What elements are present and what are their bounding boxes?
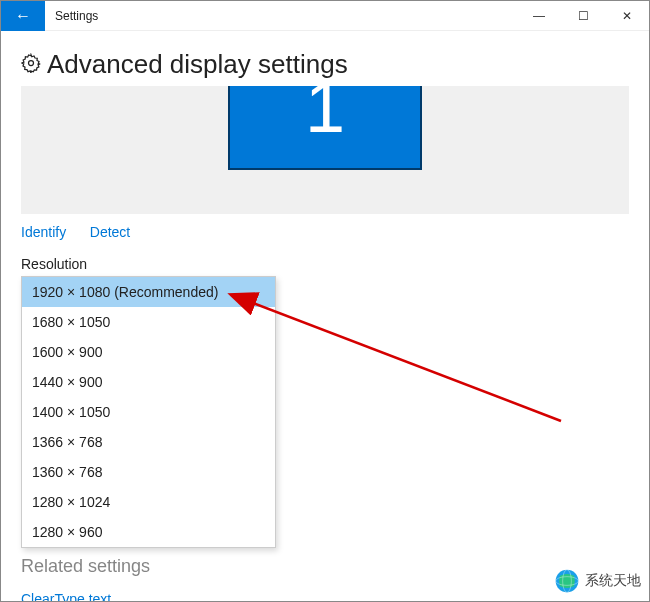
resolution-option[interactable]: 1360 × 768 (22, 457, 275, 487)
minimize-button[interactable]: — (517, 1, 561, 31)
resolution-option[interactable]: 1440 × 900 (22, 367, 275, 397)
watermark-text: 系统天地 (585, 572, 641, 590)
cleartype-link[interactable]: ClearType text (21, 591, 629, 602)
page-heading: Advanced display settings (21, 49, 629, 80)
resolution-option[interactable]: 1280 × 960 (22, 517, 275, 547)
identify-link[interactable]: Identify (21, 224, 66, 240)
resolution-label: Resolution (21, 256, 629, 272)
window-title: Settings (55, 9, 517, 23)
globe-icon (553, 567, 581, 595)
resolution-option[interactable]: 1366 × 768 (22, 427, 275, 457)
page-heading-text: Advanced display settings (47, 49, 348, 80)
display-links: Identify Detect (21, 224, 629, 240)
detect-link[interactable]: Detect (90, 224, 130, 240)
resolution-option[interactable]: 1400 × 1050 (22, 397, 275, 427)
titlebar: ← Settings — ☐ ✕ (1, 1, 649, 31)
resolution-option[interactable]: 1680 × 1050 (22, 307, 275, 337)
display-preview: 1 (21, 86, 629, 214)
gear-icon (21, 49, 41, 80)
related-settings-heading: Related settings (21, 556, 629, 577)
svg-point-0 (29, 61, 34, 66)
close-button[interactable]: ✕ (605, 1, 649, 31)
watermark: 系统天地 (553, 567, 641, 595)
back-button[interactable]: ← (1, 1, 45, 31)
content-area: Advanced display settings 1 Identify Det… (1, 31, 649, 602)
resolution-dropdown[interactable]: 1920 × 1080 (Recommended)1680 × 10501600… (21, 276, 276, 548)
resolution-option[interactable]: 1920 × 1080 (Recommended) (22, 277, 275, 307)
resolution-option[interactable]: 1280 × 1024 (22, 487, 275, 517)
resolution-option[interactable]: 1600 × 900 (22, 337, 275, 367)
monitor-1[interactable]: 1 (228, 86, 422, 170)
maximize-button[interactable]: ☐ (561, 1, 605, 31)
window-controls: — ☐ ✕ (517, 1, 649, 31)
